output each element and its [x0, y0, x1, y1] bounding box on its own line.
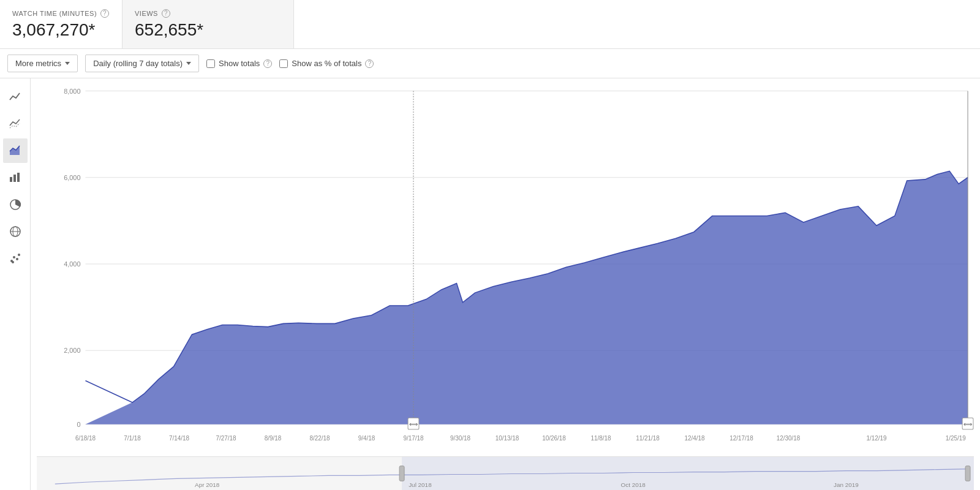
svg-text:12/17/18: 12/17/18: [729, 435, 753, 442]
svg-text:⟺: ⟺: [963, 421, 972, 428]
views-label: VIEWS ?: [135, 9, 281, 18]
svg-text:⟺: ⟺: [409, 421, 418, 428]
show-pct-info-icon[interactable]: ?: [365, 59, 374, 68]
mini-navigator[interactable]: Apr 2018 Jul 2018 Oct 2018 Jan 2019: [37, 456, 974, 490]
svg-rect-2: [13, 175, 16, 182]
svg-text:7/27/18: 7/27/18: [216, 435, 236, 442]
chart-area: 8,000 6,000 4,000 2,000 0 6/18/18 7/1/18…: [31, 78, 980, 490]
show-totals-info-icon[interactable]: ?: [263, 59, 272, 68]
svg-text:9/30/18: 9/30/18: [450, 435, 470, 442]
svg-text:6/18/18: 6/18/18: [75, 435, 96, 442]
sidebar-item-pie[interactable]: [3, 192, 28, 217]
more-metrics-chevron-icon: [65, 62, 70, 65]
svg-text:Apr 2018: Apr 2018: [195, 481, 220, 488]
globe-icon: [9, 225, 22, 238]
watch-time-value: 3,067,270*: [12, 20, 110, 40]
svg-text:9/4/18: 9/4/18: [358, 435, 375, 442]
svg-text:7/1/18: 7/1/18: [124, 435, 141, 442]
svg-text:1/25/19: 1/25/19: [946, 435, 966, 442]
svg-text:7/14/18: 7/14/18: [169, 435, 189, 442]
watch-time-label: WATCH TIME (MINUTES) ?: [12, 9, 110, 18]
svg-text:8/22/18: 8/22/18: [309, 435, 330, 442]
mini-nav-svg: Apr 2018 Jul 2018 Oct 2018 Jan 2019: [37, 457, 974, 490]
sidebar-item-scatter[interactable]: [3, 246, 28, 271]
watch-time-info-icon[interactable]: ?: [100, 9, 109, 18]
sidebar-item-line[interactable]: [3, 85, 28, 109]
svg-point-10: [16, 258, 18, 260]
svg-text:1/12/19: 1/12/19: [866, 435, 886, 442]
show-pct-checkbox[interactable]: [279, 59, 288, 68]
bar-chart-icon: [9, 171, 22, 184]
area-chart-svg: 8,000 6,000 4,000 2,000 0 6/18/18 7/1/18…: [37, 85, 974, 456]
period-chevron-icon: [186, 62, 191, 65]
svg-text:6,000: 6,000: [64, 174, 80, 181]
show-totals-checkbox[interactable]: [206, 59, 215, 68]
area-chart-icon: [9, 144, 22, 157]
sidebar-item-bar[interactable]: [3, 165, 28, 190]
period-selector-button[interactable]: Daily (rolling 7 day totals): [85, 55, 199, 72]
svg-text:11/8/18: 11/8/18: [590, 435, 611, 442]
sidebar-item-multiline[interactable]: [3, 111, 28, 136]
sidebar-item-globe[interactable]: [3, 219, 28, 244]
svg-rect-3: [17, 173, 20, 182]
svg-rect-1: [10, 177, 12, 182]
svg-text:Jul 2018: Jul 2018: [409, 481, 432, 488]
svg-text:4,000: 4,000: [64, 260, 80, 268]
svg-text:11/21/18: 11/21/18: [636, 435, 660, 442]
svg-text:8/9/18: 8/9/18: [265, 435, 282, 442]
svg-point-12: [12, 261, 14, 263]
pie-chart-icon: [9, 198, 22, 211]
svg-text:Oct 2018: Oct 2018: [621, 481, 646, 488]
svg-point-11: [18, 254, 20, 256]
svg-text:10/13/18: 10/13/18: [496, 435, 519, 442]
svg-text:2,000: 2,000: [64, 347, 80, 354]
chart-type-sidebar: [0, 78, 31, 490]
main-content: 8,000 6,000 4,000 2,000 0 6/18/18 7/1/18…: [0, 78, 980, 490]
svg-point-9: [13, 256, 15, 258]
svg-rect-49: [402, 457, 974, 490]
main-chart-container: 8,000 6,000 4,000 2,000 0 6/18/18 7/1/18…: [37, 85, 974, 456]
svg-text:12/4/18: 12/4/18: [684, 435, 704, 442]
show-pct-checkbox-group[interactable]: Show as % of totals ?: [279, 59, 374, 68]
svg-rect-55: [965, 466, 970, 481]
scatter-plot-icon: [9, 252, 22, 265]
toolbar: More metrics Daily (rolling 7 day totals…: [0, 49, 980, 78]
svg-text:8,000: 8,000: [64, 87, 80, 94]
line-chart-icon: [9, 90, 22, 104]
svg-rect-54: [399, 466, 404, 481]
svg-text:0: 0: [77, 421, 80, 428]
views-metric: VIEWS ? 652,655*: [123, 0, 294, 48]
svg-text:9/17/18: 9/17/18: [403, 435, 423, 442]
svg-text:10/26/18: 10/26/18: [542, 435, 566, 442]
svg-marker-23: [85, 171, 968, 424]
show-totals-checkbox-group[interactable]: Show totals ?: [206, 59, 272, 68]
multi-line-chart-icon: [9, 117, 22, 130]
metrics-bar: WATCH TIME (MINUTES) ? 3,067,270* VIEWS …: [0, 0, 980, 49]
watch-time-metric: WATCH TIME (MINUTES) ? 3,067,270*: [0, 0, 123, 48]
views-value: 652,655*: [135, 20, 281, 40]
views-info-icon[interactable]: ?: [162, 9, 170, 18]
sidebar-item-area[interactable]: [3, 138, 28, 163]
more-metrics-button[interactable]: More metrics: [7, 55, 78, 72]
svg-text:Jan 2019: Jan 2019: [834, 481, 859, 488]
svg-text:12/30/18: 12/30/18: [777, 435, 801, 442]
